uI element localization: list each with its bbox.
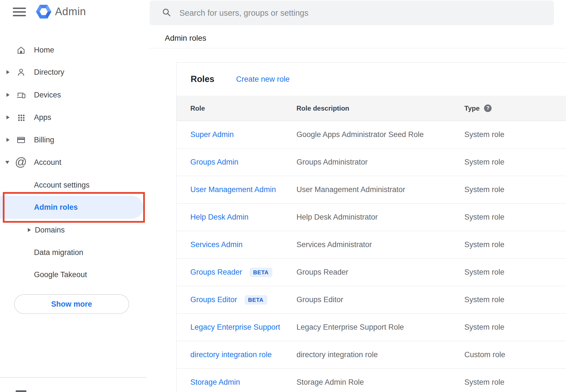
sidebar: Admin Home Directory D: [0, 0, 149, 392]
sidebar-item-account-settings[interactable]: Account settings: [0, 176, 149, 194]
beta-badge: BETA: [245, 295, 267, 305]
role-link[interactable]: Groups Editor: [190, 295, 237, 304]
role-description: Google Apps Administrator Seed Role: [296, 130, 464, 139]
roles-card-header: Roles Create new role: [177, 63, 566, 96]
panel-title: Roles: [191, 74, 214, 84]
table-row: directory integration role directory int…: [177, 341, 566, 369]
role-type: System role: [464, 158, 566, 167]
sidebar-item-label: Home: [34, 46, 54, 54]
create-new-role-link[interactable]: Create new role: [236, 75, 290, 84]
role-link[interactable]: Help Desk Admin: [190, 213, 248, 222]
table-body: Super Admin Google Apps Administrator Se…: [177, 121, 566, 392]
role-description: Services Administrator: [296, 240, 464, 249]
role-type: System role: [464, 268, 566, 277]
sidebar-header: Admin: [0, 0, 149, 24]
sidebar-item-label: Data migration: [34, 248, 83, 257]
role-link[interactable]: Storage Admin: [190, 378, 240, 387]
admin-logo-icon: [36, 4, 52, 20]
role-type: Custom role: [464, 350, 566, 359]
help-icon[interactable]: ?: [484, 104, 492, 112]
home-icon: [16, 45, 26, 55]
role-link[interactable]: Legacy Enterprise Support: [190, 323, 280, 332]
table-row: Services Admin Services Administrator Sy…: [177, 231, 566, 259]
column-header-type: Type: [464, 104, 480, 112]
partial-footer-icon: [16, 390, 26, 392]
expand-arrow-icon[interactable]: [6, 93, 10, 97]
expand-arrow-icon[interactable]: [6, 115, 10, 119]
hamburger-menu-icon[interactable]: [13, 8, 26, 16]
role-link[interactable]: Groups Admin: [190, 158, 238, 167]
role-description: Storage Admin Role: [296, 378, 464, 387]
column-header-role: Role: [190, 104, 296, 112]
expand-arrow-icon[interactable]: [6, 138, 10, 142]
search-bar[interactable]: [150, 1, 554, 25]
expand-arrow-icon[interactable]: [28, 228, 31, 232]
role-type: System role: [464, 295, 566, 304]
table-row: User Management Admin User Management Ad…: [177, 176, 566, 204]
sidebar-footer-divider: [0, 377, 146, 378]
sidebar-item-label: Domains: [35, 226, 65, 234]
sidebar-item-google-takeout[interactable]: Google Takeout: [0, 266, 149, 283]
sidebar-item-label: Directory: [34, 68, 64, 77]
apps-grid-icon: [16, 112, 26, 122]
table-row: Groups Reader BETA Groups Reader System …: [177, 259, 566, 286]
sidebar-item-data-migration[interactable]: Data migration: [0, 244, 149, 261]
breadcrumb: Admin roles: [165, 34, 206, 43]
person-icon: [16, 67, 26, 77]
sidebar-item-label: Account: [34, 158, 61, 167]
role-description: Groups Editor: [296, 295, 464, 304]
sidebar-item-label: Apps: [34, 113, 51, 122]
sidebar-item-devices[interactable]: Devices: [0, 86, 149, 104]
at-sign-icon: @: [15, 156, 27, 168]
table-row: Legacy Enterprise Support Legacy Enterpr…: [177, 314, 566, 341]
sidebar-item-account[interactable]: @ Account: [0, 154, 149, 171]
search-icon: [161, 7, 172, 19]
sidebar-item-label: Google Takeout: [34, 270, 87, 279]
role-type: System role: [464, 323, 566, 332]
role-type: System role: [464, 240, 566, 249]
table-row: Storage Admin Storage Admin Role System …: [177, 369, 566, 392]
sidebar-item-apps[interactable]: Apps: [0, 109, 149, 126]
sidebar-item-label: Devices: [34, 91, 61, 99]
role-type: System role: [464, 213, 566, 222]
role-link[interactable]: User Management Admin: [190, 185, 276, 194]
table-row: Groups Admin Groups Administrator System…: [177, 149, 566, 176]
role-description: directory integration role: [296, 350, 464, 359]
role-link[interactable]: Groups Reader: [190, 268, 242, 277]
role-description: Legacy Enterprise Support Role: [296, 323, 464, 332]
sidebar-item-label: Billing: [34, 136, 54, 144]
roles-card: Roles Create new role Role Role descript…: [176, 62, 566, 392]
table-row: Groups Editor BETA Groups Editor System …: [177, 286, 566, 314]
search-input[interactable]: [179, 8, 546, 18]
expand-arrow-icon[interactable]: [6, 70, 10, 74]
devices-icon: [16, 90, 26, 100]
table-row: Super Admin Google Apps Administrator Se…: [177, 121, 566, 149]
role-link[interactable]: Super Admin: [190, 130, 234, 139]
role-description: Help Desk Administrator: [296, 213, 464, 222]
beta-badge: BETA: [250, 268, 272, 277]
sidebar-item-home[interactable]: Home: [0, 41, 149, 59]
sidebar-item-label: Admin roles: [34, 203, 78, 212]
show-more-button[interactable]: Show more: [14, 294, 129, 314]
role-type: System role: [464, 378, 566, 387]
role-description: Groups Reader: [296, 268, 464, 277]
column-header-description: Role description: [296, 104, 464, 112]
role-type: System role: [464, 185, 566, 194]
header-divider: [149, 48, 566, 48]
role-description: Groups Administrator: [296, 158, 464, 167]
table-header-row: Role Role description Type ?: [177, 96, 566, 121]
sidebar-item-admin-roles[interactable]: Admin roles: [0, 196, 143, 219]
sidebar-item-domains[interactable]: Domains: [0, 221, 149, 239]
role-description: User Management Administrator: [296, 185, 464, 194]
sidebar-item-directory[interactable]: Directory: [0, 63, 149, 81]
role-link[interactable]: Services Admin: [190, 240, 243, 249]
table-row: Help Desk Admin Help Desk Administrator …: [177, 204, 566, 231]
role-link[interactable]: directory integration role: [190, 350, 272, 359]
collapse-arrow-icon[interactable]: [5, 161, 9, 164]
role-type: System role: [464, 130, 566, 139]
sidebar-item-label: Account settings: [34, 181, 90, 190]
credit-card-icon: [16, 135, 26, 145]
app-title: Admin: [55, 6, 86, 18]
sidebar-item-billing[interactable]: Billing: [0, 131, 149, 149]
